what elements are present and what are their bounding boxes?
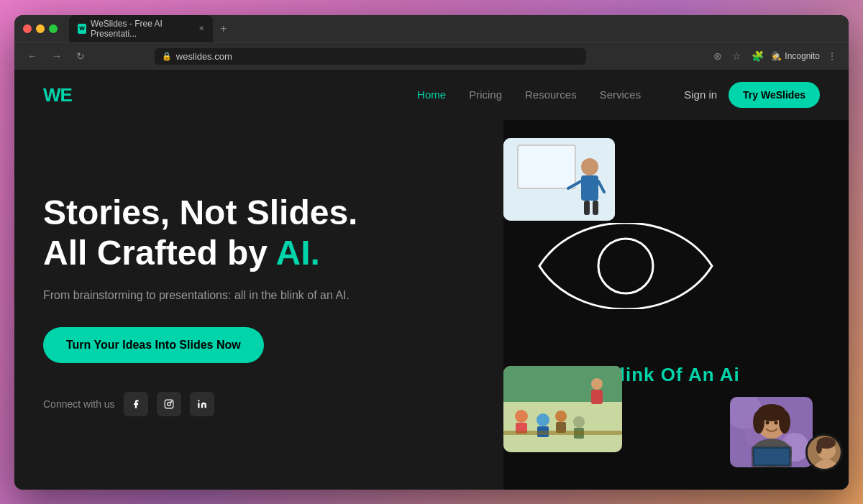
instagram-icon[interactable] [157,392,181,416]
svg-point-23 [555,411,567,422]
svg-point-21 [536,413,549,426]
svg-rect-7 [518,145,575,188]
svg-point-19 [515,410,528,423]
traffic-lights [23,24,58,33]
hero-section: Stories, Not Slides. All Crafted by AI. … [14,120,849,490]
linkedin-icon[interactable] [190,392,214,416]
forward-button[interactable]: → [47,47,66,65]
maximize-button[interactable] [49,24,58,33]
svg-rect-16 [503,366,622,402]
refresh-button[interactable]: ↻ [72,47,89,65]
svg-point-17 [591,378,603,390]
url-display: weslides.com [176,51,232,62]
hero-title-line2-white: All Crafted by [43,234,268,272]
cast-icon[interactable]: ⊗ [711,47,725,65]
tab-bar: W WeSlides - Free AI Presentati... ✕ + [69,15,840,42]
svg-point-34 [753,411,764,434]
hero-left: Stories, Not Slides. All Crafted by AI. … [43,193,417,416]
svg-point-5 [598,239,653,293]
svg-point-1 [167,402,170,406]
profile-avatar [805,434,843,471]
svg-point-35 [779,411,790,434]
svg-rect-13 [584,201,590,215]
svg-point-36 [766,421,770,424]
photo-tile-1 [503,138,615,221]
back-button[interactable]: ← [23,47,42,65]
browser-window: W WeSlides - Free AI Presentati... ✕ + ←… [14,15,849,490]
incognito-badge: 🕵 Incognito [771,51,820,61]
svg-rect-3 [198,403,199,408]
tab-favicon: W [78,24,86,34]
eye-graphic [532,223,719,312]
social-section: Connect with us [43,392,417,416]
nav-resources[interactable]: Resources [525,88,577,101]
connect-with-us-label: Connect with us [43,398,115,410]
hero-title-line2-teal: AI. [276,234,320,272]
tab-close-icon[interactable]: ✕ [198,24,204,32]
nav-links: Home Pricing Resources Services [417,88,641,101]
svg-rect-18 [591,390,603,404]
svg-point-37 [775,421,778,424]
svg-point-2 [170,401,171,402]
hero-title: Stories, Not Slides. All Crafted by AI. [43,193,417,272]
sign-in-link[interactable]: Sign in [684,88,717,101]
nav-pricing[interactable]: Pricing [469,88,502,101]
try-weslides-button[interactable]: Try WeSlides [729,82,820,108]
nav-actions: Sign in Try WeSlides [684,82,820,108]
svg-rect-14 [593,201,598,215]
more-options-icon[interactable]: ⋮ [824,47,840,65]
bookmark-icon[interactable]: ☆ [729,47,744,65]
tab-title: WeSlides - Free AI Presentati... [91,19,194,39]
hero-subtitle: From brainstorming to presentations: all… [43,287,417,304]
svg-rect-10 [581,175,598,201]
svg-point-4 [198,400,199,401]
hero-title-line1: Stories, Not Slides. [43,193,357,232]
minimize-button[interactable] [36,24,45,33]
extension-icon[interactable]: 🧩 [749,47,767,65]
photo-tile-2 [503,366,622,452]
browser-titlebar: W WeSlides - Free AI Presentati... ✕ + [14,15,849,42]
nav-home[interactable]: Home [417,88,446,101]
address-bar[interactable]: 🔒 weslides.com [155,48,586,65]
svg-rect-41 [754,449,789,464]
active-tab[interactable]: W WeSlides - Free AI Presentati... ✕ [69,15,213,42]
hero-right: In The Blink Of An Ai [432,120,849,490]
navbar: WE Home Pricing Resources Services Sign … [14,70,849,120]
svg-rect-0 [165,400,173,408]
new-tab-button[interactable]: + [216,22,231,35]
svg-point-25 [573,416,585,428]
logo[interactable]: WE [43,86,72,104]
facebook-icon[interactable] [124,392,148,416]
svg-rect-27 [503,431,622,435]
website-content: WE Home Pricing Resources Services Sign … [14,70,849,490]
svg-point-45 [816,442,822,454]
lock-icon: 🔒 [162,52,172,61]
svg-point-9 [581,158,598,175]
browser-toolbar: ← → ↻ 🔒 weslides.com ⊗ ☆ 🧩 🕵 Incognito ⋮ [14,42,849,70]
toolbar-right: ⊗ ☆ 🧩 🕵 Incognito ⋮ [711,47,840,65]
close-button[interactable] [23,24,32,33]
nav-services[interactable]: Services [600,88,641,101]
cta-button[interactable]: Turn Your Ideas Into Slides Now [43,327,264,363]
photo-tile-3 [730,397,813,467]
